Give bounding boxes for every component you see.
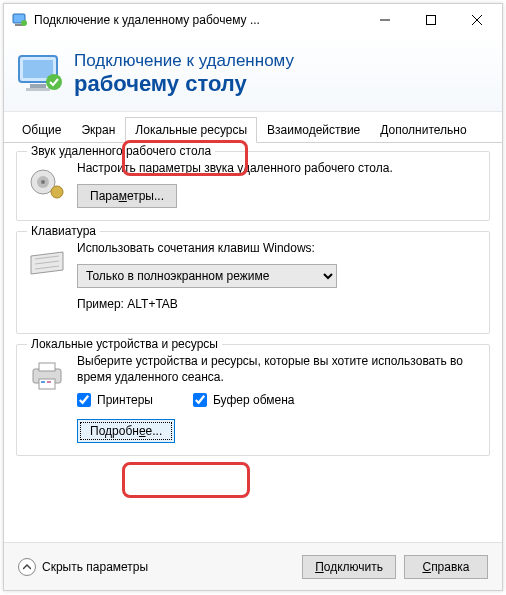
header-line2: рабочему столу [74, 71, 294, 96]
local-desc: Выберите устройства и ресурсы, которые в… [77, 353, 479, 385]
group-local-devices: Локальные устройства и ресурсы Выберите … [16, 344, 490, 456]
more-button[interactable]: Подробнее... [77, 419, 175, 443]
header-banner: Подключение к удаленному рабочему столу [4, 36, 502, 112]
tab-general[interactable]: Общие [12, 117, 71, 143]
clipboard-checkbox[interactable]: Буфер обмена [193, 393, 295, 407]
svg-rect-8 [23, 60, 53, 78]
header-line1: Подключение к удаленному [74, 51, 294, 71]
tab-advanced[interactable]: Дополнительно [370, 117, 476, 143]
keyboard-mode-select[interactable]: Только в полноэкранном режиме [77, 264, 337, 288]
printer-icon [27, 357, 67, 393]
svg-rect-4 [427, 16, 436, 25]
audio-settings-button[interactable]: Параметры... [77, 184, 177, 208]
svg-point-2 [21, 20, 27, 26]
svg-rect-20 [39, 363, 55, 371]
connect-button[interactable]: Подключить [302, 555, 396, 579]
keyboard-desc: Использовать сочетания клавиш Windows: [77, 240, 479, 256]
maximize-button[interactable] [408, 5, 454, 35]
tab-strip: Общие Экран Локальные ресурсы Взаимодейс… [4, 112, 502, 143]
chevron-up-icon [18, 558, 36, 576]
group-title-local: Локальные устройства и ресурсы [27, 337, 222, 351]
tab-display[interactable]: Экран [71, 117, 125, 143]
rdp-monitor-icon [16, 50, 64, 98]
svg-rect-10 [26, 88, 50, 91]
rdp-app-icon [12, 12, 28, 28]
tab-content: Звук удаленного рабочего стола Настроить… [4, 143, 502, 476]
window: Подключение к удаленному рабочему ... По… [3, 3, 503, 591]
help-button[interactable]: Справка [404, 555, 488, 579]
keyboard-icon [27, 244, 67, 280]
close-button[interactable] [454, 5, 500, 35]
tab-experience[interactable]: Взаимодействие [257, 117, 370, 143]
group-keyboard: Клавиатура Использовать сочетания клавиш… [16, 231, 490, 333]
printers-checkbox[interactable]: Принтеры [77, 393, 153, 407]
window-title: Подключение к удаленному рабочему ... [34, 13, 362, 27]
svg-point-15 [51, 186, 63, 198]
footer: Скрыть параметры Подключить Справка [4, 542, 502, 590]
svg-rect-23 [47, 381, 51, 383]
svg-point-14 [41, 180, 45, 184]
hide-options-toggle[interactable]: Скрыть параметры [18, 558, 294, 576]
group-title-audio: Звук удаленного рабочего стола [27, 144, 215, 158]
group-title-keyboard: Клавиатура [27, 224, 100, 238]
titlebar: Подключение к удаленному рабочему ... [4, 4, 502, 36]
svg-rect-9 [30, 84, 46, 88]
speaker-icon [27, 164, 67, 200]
svg-rect-21 [39, 379, 55, 389]
audio-desc: Настроить параметры звука удаленного раб… [77, 160, 479, 176]
keyboard-example: Пример: ALT+TAB [77, 296, 479, 312]
group-remote-audio: Звук удаленного рабочего стола Настроить… [16, 151, 490, 221]
tab-local-resources[interactable]: Локальные ресурсы [125, 117, 257, 143]
minimize-button[interactable] [362, 5, 408, 35]
svg-rect-22 [41, 381, 45, 383]
svg-point-11 [46, 74, 62, 90]
